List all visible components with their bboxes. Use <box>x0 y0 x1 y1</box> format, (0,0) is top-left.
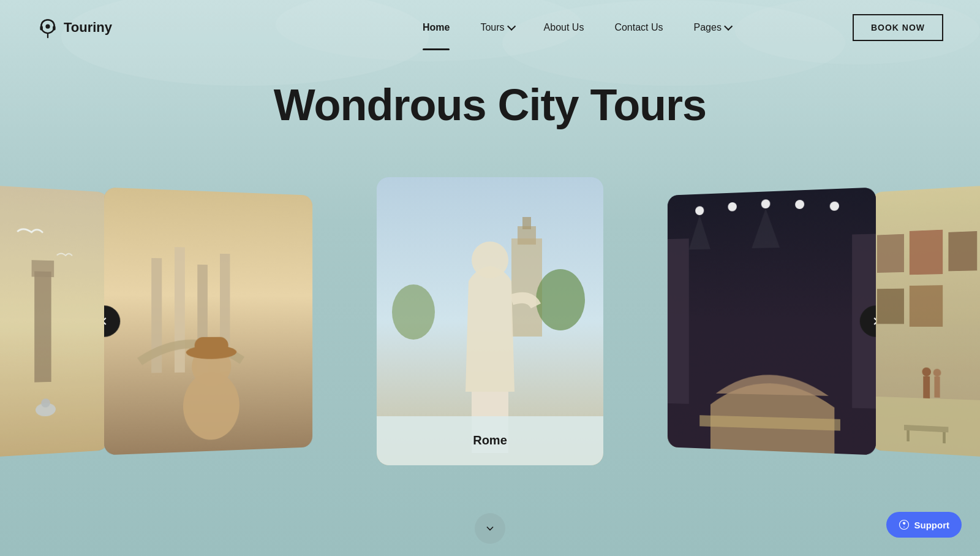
card-far-right <box>872 186 980 457</box>
card-far-left <box>0 186 108 457</box>
support-label: Support <box>914 520 950 530</box>
nav-item-home: Home <box>423 22 450 33</box>
logo-link[interactable]: Touriny <box>37 17 112 39</box>
svg-point-28 <box>392 284 435 340</box>
tours-chevron-icon <box>507 22 516 31</box>
brand-name: Touriny <box>64 20 112 36</box>
nav-item-contact: Contact Us <box>614 22 663 33</box>
carousel-section: Rome <box>0 147 980 495</box>
svg-point-5 <box>45 25 50 29</box>
gallery-scene <box>872 186 980 457</box>
arrow-right-icon <box>869 314 876 327</box>
nav-item-about: About Us <box>544 22 584 33</box>
rome-ruins-scene <box>104 187 312 455</box>
card-image-rome-ruins <box>104 187 312 455</box>
nav-item-tours: Tours <box>480 22 513 33</box>
card-left[interactable] <box>104 187 312 455</box>
hero-title: Wondrous City Tours <box>0 80 980 130</box>
svg-rect-24 <box>511 238 542 337</box>
svg-point-30 <box>472 242 508 278</box>
scroll-down-icon <box>484 522 496 535</box>
svg-point-27 <box>536 269 585 330</box>
card-center-label-overlay: Rome <box>377 416 603 465</box>
svg-rect-7 <box>40 26 43 30</box>
london-scene <box>0 186 108 457</box>
svg-point-55 <box>903 527 905 528</box>
support-button[interactable]: Support <box>886 512 962 538</box>
card-center[interactable]: Rome <box>377 177 603 465</box>
nav-link-tours[interactable]: Tours <box>480 22 513 33</box>
nav-link-home[interactable]: Home <box>423 22 450 33</box>
carousel-track: Rome <box>0 174 980 468</box>
nav-link-contact[interactable]: Contact Us <box>614 22 663 33</box>
navbar: Touriny Home Tours About Us Contact Us P… <box>0 0 980 55</box>
logo-icon <box>37 17 59 39</box>
nav-link-pages[interactable]: Pages <box>694 22 730 33</box>
nav-link-about[interactable]: About Us <box>544 22 584 33</box>
svg-rect-8 <box>53 26 56 30</box>
pages-chevron-icon <box>724 22 733 31</box>
svg-rect-44 <box>948 230 977 270</box>
nav-links: Home Tours About Us Contact Us Pages <box>423 22 730 33</box>
arrow-left-icon <box>104 314 111 327</box>
underground-scene <box>668 187 876 455</box>
card-image-underground <box>668 187 876 455</box>
card-center-label: Rome <box>473 433 507 447</box>
card-image-gallery <box>872 186 980 457</box>
scroll-indicator[interactable] <box>475 513 505 544</box>
svg-rect-26 <box>522 217 531 229</box>
card-image-london <box>0 186 108 457</box>
book-now-button[interactable]: BOOK NOW <box>853 14 943 41</box>
card-right[interactable] <box>668 187 876 455</box>
nav-item-pages: Pages <box>694 22 730 33</box>
support-icon <box>899 519 910 530</box>
